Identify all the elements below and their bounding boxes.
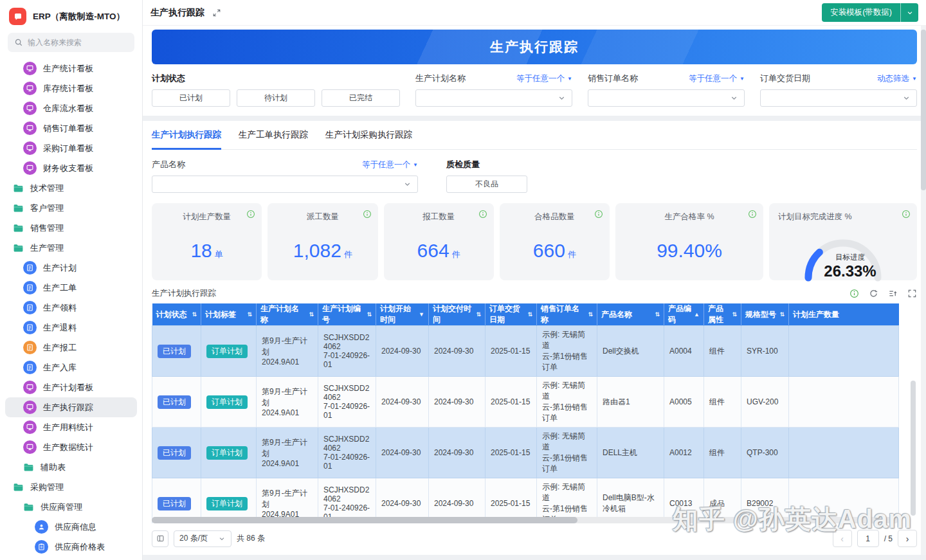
info-icon[interactable] [363, 210, 372, 221]
layout-toggle-button[interactable] [152, 530, 168, 547]
sidebar-item-purchase-order-board[interactable]: 采购订单看板 [5, 138, 137, 158]
info-icon[interactable] [246, 210, 255, 221]
sales-order-select[interactable] [588, 89, 745, 107]
col-plan-tag[interactable]: 计划标签⇅ [201, 303, 257, 326]
sidebar-item-production-plan-board[interactable]: 生产计划看板 [5, 377, 137, 397]
sort-icon[interactable]: ⇅ [309, 311, 314, 318]
sidebar-item-production-execution-tracking[interactable]: 生产执行跟踪 [5, 397, 137, 417]
filter-quality: 质检质量 不良品 [446, 159, 527, 193]
search-input[interactable] [28, 38, 128, 47]
expand-icon[interactable] [212, 8, 221, 17]
table-vertical-scrollbar[interactable] [911, 381, 916, 516]
delivery-date-select[interactable] [760, 89, 917, 107]
sort-icon[interactable]: ⇅ [655, 311, 660, 318]
sort-icon[interactable]: ⇅ [476, 311, 481, 318]
sort-settings-icon[interactable] [888, 289, 898, 298]
sidebar-item-work-report[interactable]: 生产报工 [5, 338, 137, 357]
product-name-operator-link[interactable]: 等于任意一个▼ [362, 159, 418, 170]
sidebar-item-supplier-price-list[interactable]: 供应商价格表 [5, 537, 137, 557]
sidebar-item-material-usage-stats[interactable]: 生产用料统计 [5, 417, 137, 437]
sidebar-folder-sales-mgmt[interactable]: 销售管理 [5, 218, 137, 238]
erp-app: ERP（离散制造-MTO） 生产统计看板 库存统计看板 仓库流水看板 销售订单看… [0, 0, 926, 560]
sort-icon[interactable]: ▲ [694, 311, 700, 318]
sidebar-item-supplier-info[interactable]: 供应商信息 [5, 517, 137, 537]
sidebar-item-label: 生产工单 [43, 282, 77, 294]
info-icon[interactable] [748, 210, 757, 221]
sidebar-folder-supplier-mgmt[interactable]: 供应商管理 [5, 497, 137, 517]
page-size-select[interactable]: 20 条/页 [174, 530, 232, 547]
info-icon[interactable] [478, 210, 487, 221]
table-row[interactable]: 已计划 订单计划 第9月-生产计划 2024.9A01 SCJHXSDD2406… [152, 377, 899, 428]
col-due-date[interactable]: 计划交付时间⇅ [429, 303, 486, 326]
cell: 示例: 无锡简道 云-第1份销售订单 [537, 428, 597, 478]
info-icon[interactable] [594, 210, 603, 221]
sort-icon[interactable]: ▼ [419, 311, 424, 318]
tab-plan-execution[interactable]: 生产计划执行跟踪 [152, 129, 221, 150]
table-row[interactable]: 已计划 订单计划 第9月-生产计划 2024.9A01 SCJHXSDD2406… [152, 326, 899, 377]
col-product-name[interactable]: 产品名称⇅ [597, 303, 664, 326]
col-spec-model[interactable]: 规格型号⇅ [741, 303, 789, 326]
sidebar-item-production-inbound[interactable]: 生产入库 [5, 357, 137, 377]
col-product-code[interactable]: 产品编码▲ [664, 303, 704, 326]
scrollbar-thumb[interactable] [921, 30, 926, 190]
col-plan-qty[interactable]: 计划生产数量 [789, 303, 899, 326]
col-order-delivery-date[interactable]: 订单交货日期⇅ [486, 303, 537, 326]
info-icon[interactable] [902, 210, 911, 221]
col-start-date[interactable]: 计划开始时间▼ [376, 303, 429, 326]
sidebar-item-label: 客户管理 [30, 203, 64, 214]
next-page-button[interactable]: › [898, 530, 917, 547]
sidebar-item-production-workorder[interactable]: 生产工单 [5, 278, 137, 298]
sidebar-item-production-data-stats[interactable]: 生产数据统计 [5, 437, 137, 457]
sidebar-item-warehouse-flow-board[interactable]: 仓库流水看板 [5, 98, 137, 118]
tab-workorder-execution[interactable]: 生产工单执行跟踪 [239, 129, 308, 149]
col-product-attr[interactable]: 产品属性⇅ [704, 303, 741, 326]
col-plan-status[interactable]: 计划状态⇅ [152, 303, 201, 326]
install-template-button[interactable]: 安装模板(带数据) [822, 3, 918, 22]
prev-page-button[interactable]: ‹ [833, 530, 852, 547]
status-option-planned[interactable]: 已计划 [152, 89, 230, 107]
sidebar-item-finance-board[interactable]: 财务收支看板 [5, 158, 137, 178]
sidebar-folder-customer-mgmt[interactable]: 客户管理 [5, 198, 137, 218]
horizontal-scrollbar[interactable] [152, 517, 898, 523]
current-page-input[interactable]: 1 [857, 530, 879, 547]
sidebar-item-production-stats-board[interactable]: 生产统计看板 [5, 59, 137, 78]
product-name-select[interactable] [152, 176, 418, 193]
sort-icon[interactable]: ⇅ [588, 311, 593, 318]
sidebar-folder-purchase-mgmt[interactable]: 采购管理 [5, 477, 137, 497]
sidebar-item-inventory-stats-board[interactable]: 库存统计看板 [5, 78, 137, 98]
window-scrollbar[interactable] [921, 26, 926, 555]
sidebar-item-sales-order-board[interactable]: 销售订单看板 [5, 118, 137, 138]
scrollbar-thumb[interactable] [152, 517, 577, 523]
plan-name-select[interactable] [415, 89, 572, 107]
caret-down-icon: ▼ [567, 76, 572, 82]
plan-name-operator-link[interactable]: 等于任意一个▼ [516, 73, 572, 84]
sort-icon[interactable]: ⇅ [732, 311, 737, 318]
sidebar-folder-tech-mgmt[interactable]: 技术管理 [5, 178, 137, 198]
table-row[interactable]: 已计划 订单计划 第9月-生产计划 2024.9A01 SCJHXSDD2406… [152, 428, 899, 478]
sort-icon[interactable]: ⇅ [247, 311, 252, 318]
sidebar-search[interactable] [8, 33, 134, 52]
status-option-pending[interactable]: 待计划 [237, 89, 315, 107]
tag-badge: 订单计划 [206, 497, 248, 510]
sidebar-item-material-requisition[interactable]: 生产领料 [5, 298, 137, 318]
col-plan-no[interactable]: 生产计划编号⇅ [318, 303, 376, 326]
sidebar-folder-production-mgmt[interactable]: 生产管理 [5, 238, 137, 258]
sort-icon[interactable]: ⇅ [192, 311, 197, 318]
sidebar-folder-auxiliary-tables[interactable]: 辅助表 [5, 457, 137, 477]
sort-icon[interactable]: ⇅ [527, 311, 532, 318]
sort-icon[interactable]: ⇅ [779, 311, 785, 318]
refresh-icon[interactable] [869, 289, 878, 298]
status-option-finished[interactable]: 已完结 [322, 89, 400, 107]
col-plan-name[interactable]: 生产计划名称⇅ [257, 303, 318, 326]
tab-plan-purchase-execution[interactable]: 生产计划采购执行跟踪 [325, 129, 412, 149]
info-icon[interactable] [849, 289, 859, 298]
chevron-down-icon[interactable] [900, 3, 918, 22]
dynamic-filter-link[interactable]: 动态筛选▼ [877, 73, 917, 84]
fullscreen-icon[interactable] [907, 289, 917, 298]
col-sales-order[interactable]: 销售订单名称⇅ [537, 303, 597, 326]
sidebar-item-production-plan[interactable]: 生产计划 [5, 258, 137, 278]
quality-option-defective[interactable]: 不良品 [446, 176, 527, 193]
sort-icon[interactable]: ⇅ [367, 311, 372, 318]
sales-order-operator-link[interactable]: 等于任意一个▼ [689, 73, 745, 84]
sidebar-item-material-return[interactable]: 生产退料 [5, 318, 137, 338]
